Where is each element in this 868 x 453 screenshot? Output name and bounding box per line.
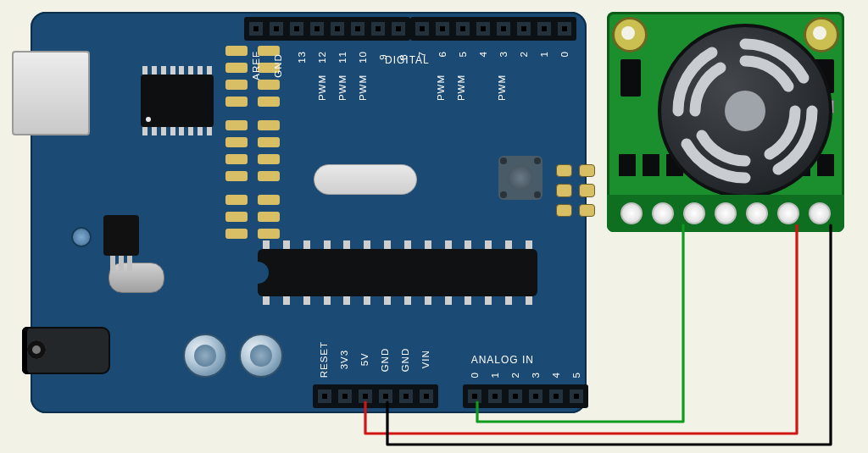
crystal-oscillator	[108, 262, 164, 293]
sensor-pin-7	[809, 202, 831, 224]
power-pin-labels: RESET 3V3 5V GND GND VIN	[319, 341, 434, 378]
digital-header-right	[410, 17, 576, 41]
icsp-header	[556, 164, 595, 217]
usb-serial-chip	[141, 75, 214, 127]
analog-section-label: ANALOG IN	[471, 354, 534, 366]
pwm-labels-left: PWM PWM PWM	[317, 75, 371, 101]
dc-barrel-jack	[22, 327, 110, 374]
arduino-board: AREF GND 13 12 11 10 9 8 7 6 5 4 3 2 1 0…	[31, 12, 587, 413]
resonator-capsule	[314, 164, 417, 195]
wiring-diagram: AREF GND 13 12 11 10 9 8 7 6 5 4 3 2 1 0…	[0, 0, 868, 453]
pwm-labels-right: PWM PWM . PWM	[436, 75, 510, 101]
digital-header-left	[244, 17, 410, 41]
ultrasonic-transducer	[658, 24, 832, 198]
atmega-dip	[258, 249, 537, 296]
analog-header	[463, 384, 588, 408]
mounting-standoff	[239, 334, 283, 378]
sensor-pin-3	[683, 202, 705, 224]
mounting-hole	[612, 17, 648, 52]
sensor-pin-1	[620, 202, 643, 224]
sensor-pin-4	[715, 202, 737, 224]
sensor-pin-2	[652, 202, 674, 224]
usb-connector	[12, 51, 90, 135]
mounting-standoff	[183, 334, 227, 378]
pin-labels-aref-gnd: AREF GND	[251, 51, 287, 80]
power-header	[313, 384, 438, 408]
sensor-pin-6	[777, 202, 799, 224]
sensor-pin-row	[607, 195, 844, 232]
smd-component	[620, 59, 641, 97]
svg-point-0	[725, 91, 765, 131]
reset-button[interactable]	[498, 156, 542, 200]
voltage-regulator	[103, 215, 139, 256]
analog-pin-labels: 0 1 2 3 4 5	[470, 372, 585, 378]
sensor-pin-5	[746, 202, 768, 224]
pin-labels-digital-7-0: 7 6 5 4 3 2 1 0	[417, 51, 573, 57]
ultrasonic-sensor-module	[607, 12, 844, 232]
digital-section-label: DIGITAL	[385, 54, 430, 66]
power-led	[71, 227, 92, 247]
